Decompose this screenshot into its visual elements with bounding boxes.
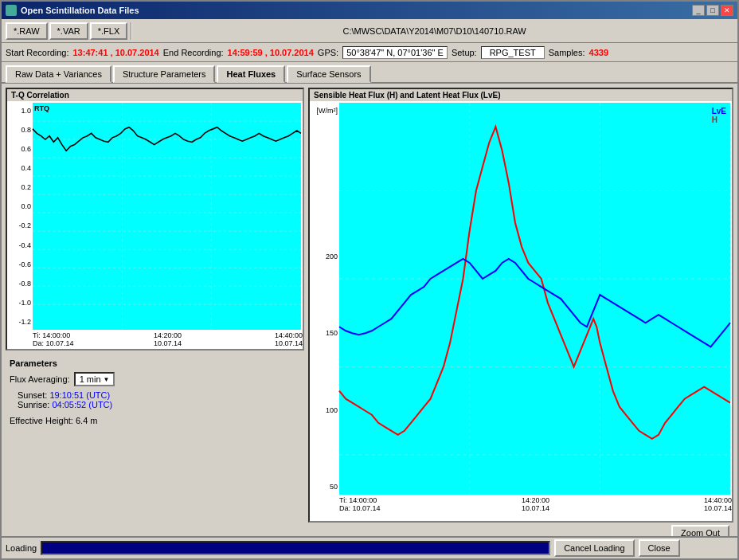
loading-progress-bar (41, 541, 550, 555)
tab-raw-data[interactable]: Raw Data + Variances (6, 65, 111, 83)
sunset-row: Sunset: 19:10:51 (UTC) (18, 390, 300, 400)
file-path: C:\MWSC\DATA\Y2014\M07\D10\140710.RAW (135, 26, 733, 36)
eff-height-label: Effective Height: (10, 416, 73, 425)
tq-chart-title: T-Q Correlation (7, 89, 303, 101)
start-label: Start Recording: (6, 48, 68, 57)
tq-x-axis: Ti: 14:00:00 Da: 10.07.14 14:20:00 10.07… (7, 331, 303, 347)
samples-value: 4339 (589, 48, 608, 57)
close-title-button[interactable]: ✕ (721, 5, 733, 16)
zoom-out-button[interactable]: Zoom Out (671, 525, 729, 536)
title-controls[interactable]: _ □ ✕ (692, 5, 733, 16)
setup-value: RPG_TEST (481, 46, 545, 59)
tabs-bar: Raw Data + Variances Structure Parameter… (2, 62, 737, 82)
tq-da-1: Da: 10.07.14 (33, 339, 123, 347)
heat-ti-2: 14:20:00 (470, 496, 600, 504)
tq-y-label: -1.2 (10, 318, 31, 326)
heat-y-label: [W/m²] (313, 107, 338, 115)
tq-chart-area: RTQ (33, 103, 301, 330)
flx-button[interactable]: *.FLX (90, 22, 128, 40)
end-value: 14:59:59 , 10.07.2014 (228, 48, 314, 57)
sunrise-label: Sunrise: (18, 400, 49, 409)
tq-y-label: 0.0 (10, 202, 31, 210)
content-area: T-Q Correlation 1.0 0.8 0.6 0.4 0.2 0.0 … (2, 82, 737, 536)
toolbar-separator (131, 22, 132, 40)
heat-chart-area: LvE H (339, 103, 730, 495)
var-button[interactable]: *.VAR (49, 22, 88, 40)
heat-chart-box: Sensible Heat Flux (H) and Latent Heat F… (308, 88, 733, 523)
heat-ti-3: 14:40:00 (601, 496, 732, 504)
left-panel: T-Q Correlation 1.0 0.8 0.6 0.4 0.2 0.0 … (6, 88, 304, 532)
title-bar: Open Scintillation Data Files _ □ ✕ (2, 2, 737, 19)
tq-y-label: 0.4 (10, 164, 31, 172)
legend-lve: LvE (712, 107, 726, 116)
tq-y-label: 0.8 (10, 126, 31, 134)
sunrise-value: 04:05:52 (UTC) (52, 400, 112, 409)
heat-y-50: 50 (313, 483, 338, 491)
tq-y-axis-label: RTQ (34, 104, 49, 112)
tq-y-axis: 1.0 0.8 0.6 0.4 0.2 0.0 -0.2 -0.4 -0.6 -… (9, 103, 33, 330)
tq-da-2: 10.07.14 (123, 339, 213, 347)
heat-x-axis: Ti: 14:00:00 Da: 10.07.14 14:20:00 10.07… (310, 496, 732, 512)
tq-da-3: 10.07.14 (213, 339, 303, 347)
effective-height-row: Effective Height: 6.4 m (10, 416, 300, 425)
heat-da-3: 10.07.14 (601, 504, 732, 512)
info-bar: Start Recording: 13:47:41 , 10.07.2014 E… (2, 43, 737, 62)
zoom-out-row: Zoom Out (308, 523, 733, 536)
tq-x-label-3: 14:40:00 10.07.14 (213, 331, 303, 347)
sunrise-row: Sunrise: 04:05:52 (UTC) (18, 400, 300, 409)
sun-times: Sunset: 19:10:51 (UTC) Sunrise: 04:05:52… (18, 390, 300, 409)
tq-x-label-1: Ti: 14:00:00 Da: 10.07.14 (33, 331, 123, 347)
tq-ti-2: 14:20:00 (123, 331, 213, 339)
flux-select[interactable]: 1 min ▼ (74, 372, 115, 386)
heat-x-3: 14:40:00 10.07.14 (601, 496, 732, 512)
flux-averaging-row: Flux Averaging: 1 min ▼ (10, 372, 300, 386)
end-label: End Recording: (163, 48, 224, 57)
sunset-label: Sunset: (18, 390, 47, 400)
right-panel: Sensible Heat Flux (H) and Latent Heat F… (308, 88, 733, 532)
heat-da-1: Da: 10.07.14 (339, 504, 470, 512)
tq-y-label: -1.0 (10, 299, 31, 307)
tq-y-label: -0.4 (10, 241, 31, 249)
status-bar: Loading Cancel Loading Close (2, 536, 737, 558)
ti-prefix: Ti: (33, 331, 41, 339)
raw-button[interactable]: *.RAW (6, 22, 48, 40)
loading-label: Loading (6, 543, 37, 553)
tq-chart-box: T-Q Correlation 1.0 0.8 0.6 0.4 0.2 0.0 … (6, 88, 304, 350)
tab-structure[interactable]: Structure Parameters (113, 65, 216, 83)
heat-ti-1: Ti: 14:00:00 (339, 496, 470, 504)
legend: LvE H (712, 107, 726, 124)
gps-label: GPS: (318, 48, 338, 57)
cancel-loading-button[interactable]: Cancel Loading (554, 539, 634, 557)
heat-chart-title: Sensible Heat Flux (H) and Latent Heat F… (310, 89, 732, 101)
toolbar: *.RAW *.VAR *.FLX C:\MWSC\DATA\Y2014\M07… (2, 19, 737, 43)
setup-label: Setup: (452, 48, 477, 57)
minimize-button[interactable]: _ (692, 5, 705, 16)
flux-label: Flux Averaging: (10, 374, 70, 384)
title-bar-left: Open Scintillation Data Files (6, 5, 139, 16)
samples-label: Samples: (549, 48, 585, 57)
tq-y-label: -0.8 (10, 280, 31, 288)
heat-x-1: Ti: 14:00:00 Da: 10.07.14 (339, 496, 470, 512)
gps-value: 50°38'47" N, 07°01'36" E (342, 46, 448, 59)
tq-ti-1: Ti: 14:00:00 (33, 331, 123, 339)
tq-ti-3: 14:40:00 (213, 331, 303, 339)
app-icon (6, 5, 17, 16)
heat-y-axis: [W/m²] 200 150 100 50 (311, 103, 339, 495)
main-window: Open Scintillation Data Files _ □ ✕ *.RA… (0, 0, 739, 560)
tq-y-label: 0.6 (10, 145, 31, 153)
heat-da-2: 10.07.14 (470, 504, 600, 512)
params-title: Parameters (10, 358, 300, 368)
window-title: Open Scintillation Data Files (21, 6, 139, 15)
legend-h: H (712, 116, 726, 124)
sunset-value: 19:10:51 (UTC) (49, 390, 110, 400)
tq-y-label: 1.0 (10, 107, 31, 115)
flux-value: 1 min (80, 374, 101, 384)
tab-surface[interactable]: Surface Sensors (287, 65, 370, 83)
maximize-button[interactable]: □ (706, 5, 719, 16)
eff-height-value: 6.4 m (76, 416, 98, 425)
parameters-panel: Parameters Flux Averaging: 1 min ▼ Sunse… (6, 354, 304, 429)
close-button[interactable]: Close (639, 539, 680, 557)
tab-heat-fluxes[interactable]: Heat Fluxes (217, 65, 285, 83)
dropdown-arrow-icon: ▼ (104, 376, 110, 383)
start-value: 13:47:41 , 10.07.2014 (72, 48, 158, 57)
